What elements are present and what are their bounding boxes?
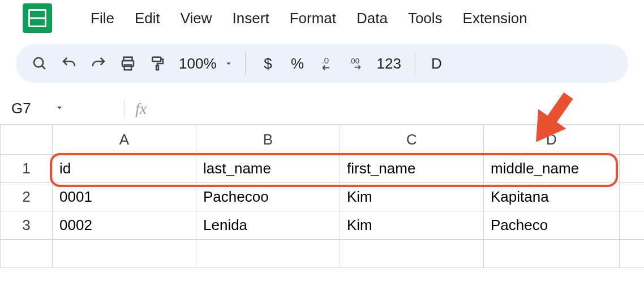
toolbar: 100% $ % .0 .00 123 D [16,44,628,83]
menu-extensions[interactable]: Extension [453,6,538,31]
cell-D1[interactable]: middle_name [484,155,620,183]
svg-text:.0: .0 [321,56,329,65]
name-box-row: G7 fx [0,93,644,125]
toolbar-container: 100% $ % .0 .00 123 D [0,36,644,83]
cell-B1[interactable]: last_name [196,155,340,183]
decrease-decimal-button[interactable]: .0 [312,49,342,78]
fx-icon: fx [135,100,147,118]
cell-D4[interactable] [484,240,620,268]
cell-D3[interactable]: Pacheco [484,211,620,240]
name-box[interactable]: G7 [8,100,121,117]
sheets-logo-icon [23,3,52,33]
toolbar-separator [415,52,415,75]
toolbar-separator [245,52,246,75]
menu-view[interactable]: View [170,6,222,31]
format-currency-button[interactable]: $ [254,49,283,78]
format-percent-button[interactable]: % [283,49,312,78]
print-icon[interactable] [113,49,143,78]
cell-E1[interactable] [620,155,645,183]
svg-point-0 [34,58,43,67]
cell-A3[interactable]: 0002 [53,211,196,240]
cell-C2[interactable]: Kim [340,183,484,211]
row-4 [1,240,645,268]
spreadsheet-grid[interactable]: A B C D 1 id last_name first_name middle… [0,125,644,268]
svg-text:.00: .00 [349,57,359,65]
menu-file[interactable]: File [80,6,124,31]
increase-decimal-button[interactable]: .00 [342,49,371,78]
more-formats-button[interactable]: 123 [371,49,407,78]
col-header-A[interactable]: A [53,125,196,155]
cell-A1[interactable]: id [53,155,196,183]
menu-tools[interactable]: Tools [398,6,453,31]
select-all-corner[interactable] [1,125,53,155]
cell-C4[interactable] [340,240,484,268]
font-family-hint[interactable]: D [423,49,450,78]
search-icon[interactable] [25,49,54,78]
svg-rect-5 [152,57,161,62]
zoom-dropdown[interactable]: 100% [172,49,237,78]
zoom-value: 100% [179,55,217,73]
name-box-value: G7 [11,100,31,117]
cell-A2[interactable]: 0001 [53,183,196,211]
menu-format[interactable]: Format [280,6,346,31]
col-header-D[interactable]: D [484,125,620,155]
chevron-down-icon [54,100,65,117]
col-header-B[interactable]: B [196,125,340,155]
cell-C3[interactable]: Kim [340,211,484,240]
menu-insert[interactable]: Insert [222,6,280,31]
cell-E4[interactable] [620,240,645,268]
column-header-row: A B C D [1,125,645,155]
row-3: 3 0002 Lenida Kim Pacheco [1,211,645,240]
menu-bar: File Edit View Insert Format Data Tools … [0,0,644,36]
cell-E3[interactable] [620,211,645,240]
svg-rect-6 [156,66,158,70]
col-header-C[interactable]: C [340,125,484,155]
row-header-4[interactable] [1,240,53,268]
cell-C1[interactable]: first_name [340,155,484,183]
cell-B2[interactable]: Pachecoo [196,183,340,211]
cell-B4[interactable] [196,240,340,268]
row-1: 1 id last_name first_name middle_name [1,155,645,183]
undo-icon[interactable] [54,49,84,78]
menu-edit[interactable]: Edit [124,6,170,31]
row-header-2[interactable]: 2 [1,183,53,211]
redo-icon[interactable] [84,49,113,78]
row-2: 2 0001 Pachecoo Kim Kapitana [1,183,645,211]
cell-A4[interactable] [53,240,196,268]
cell-B3[interactable]: Lenida [196,211,340,240]
menu-data[interactable]: Data [346,6,398,31]
col-header-extra[interactable] [620,125,645,155]
cell-D2[interactable]: Kapitana [484,183,620,211]
row-header-1[interactable]: 1 [1,155,53,183]
paint-format-icon[interactable] [143,49,172,78]
cell-E2[interactable] [620,183,645,211]
row-header-3[interactable]: 3 [1,211,53,240]
chevron-down-icon [224,55,234,73]
separator [124,99,125,118]
svg-line-1 [42,66,45,69]
